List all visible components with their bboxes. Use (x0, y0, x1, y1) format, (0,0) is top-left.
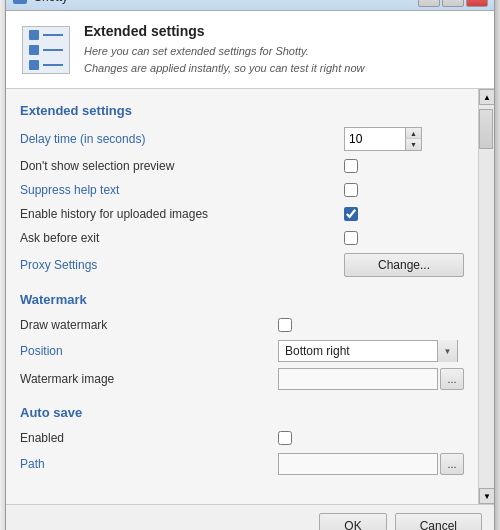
enable-history-control (344, 202, 464, 226)
watermark-settings-grid: Draw watermark Position Bottom right ▼ W… (20, 313, 464, 393)
minimize-button[interactable]: ─ (418, 0, 440, 7)
no-preview-checkbox[interactable] (344, 159, 358, 173)
suppress-help-label: Suppress help text (20, 178, 344, 202)
suppress-help-checkbox[interactable] (344, 183, 358, 197)
scrollbar-down-button[interactable]: ▼ (479, 488, 494, 504)
auto-save-path-label: Path (20, 450, 278, 478)
proxy-label: Proxy Settings (20, 250, 344, 280)
spinbox-buttons: ▲ ▼ (405, 128, 421, 150)
position-dropdown[interactable]: Bottom right ▼ (278, 340, 458, 362)
dropdown-arrow-icon[interactable]: ▼ (437, 340, 457, 362)
window-title: Shotty (34, 0, 418, 4)
watermark-browse-button[interactable]: ... (440, 368, 464, 390)
spinbox-down-button[interactable]: ▼ (405, 139, 421, 150)
draw-watermark-checkbox[interactable] (278, 318, 292, 332)
watermark-path-row: ... (278, 368, 464, 390)
ask-exit-checkbox[interactable] (344, 231, 358, 245)
cancel-button[interactable]: Cancel (395, 513, 482, 530)
header-desc-line2: Changes are applied instantly, so you ca… (84, 60, 364, 77)
position-value: Bottom right (279, 342, 437, 360)
watermark-image-input[interactable] (278, 368, 438, 390)
content-area: Extended settings Delay time (in seconds… (6, 89, 494, 504)
header-icon (22, 26, 70, 74)
header-text: Extended settings Here you can set exten… (84, 23, 364, 76)
watermark-image-label: Watermark image (20, 365, 278, 393)
delay-label: Delay time (in seconds) (20, 124, 344, 154)
scrollbar-thumb[interactable] (479, 109, 493, 149)
delay-spinbox: ▲ ▼ (344, 127, 422, 151)
spinbox-up-button[interactable]: ▲ (405, 128, 421, 139)
footer: OK Cancel (6, 504, 494, 530)
draw-watermark-label: Draw watermark (20, 313, 278, 337)
auto-save-title: Auto save (20, 405, 464, 420)
watermark-title: Watermark (20, 292, 464, 307)
app-icon (12, 0, 28, 5)
auto-save-enabled-checkbox[interactable] (278, 431, 292, 445)
proxy-change-button[interactable]: Change... (344, 253, 464, 277)
close-button[interactable]: ✕ (466, 0, 488, 7)
ok-button[interactable]: OK (319, 513, 386, 530)
delay-control: ▲ ▼ (344, 124, 464, 154)
auto-save-enabled-label: Enabled (20, 426, 278, 450)
position-label: Position (20, 337, 278, 365)
extended-settings-title: Extended settings (20, 103, 464, 118)
auto-save-settings-grid: Enabled Path ... (20, 426, 464, 478)
auto-save-path-input[interactable] (278, 453, 438, 475)
auto-save-path-control: ... (278, 450, 464, 478)
header-title: Extended settings (84, 23, 364, 39)
delay-input[interactable] (345, 128, 405, 150)
no-preview-control (344, 154, 464, 178)
enable-history-label: Enable history for uploaded images (20, 202, 344, 226)
auto-save-browse-button[interactable]: ... (440, 453, 464, 475)
ask-exit-control (344, 226, 464, 250)
no-preview-label: Don't show selection preview (20, 154, 344, 178)
scrollbar-up-button[interactable]: ▲ (479, 89, 494, 105)
title-bar: Shotty ─ □ ✕ (6, 0, 494, 11)
scrollable-content: Extended settings Delay time (in seconds… (6, 89, 478, 504)
ask-exit-label: Ask before exit (20, 226, 344, 250)
draw-watermark-control (278, 313, 464, 337)
window-controls: ─ □ ✕ (418, 0, 488, 7)
enable-history-checkbox[interactable] (344, 207, 358, 221)
position-control: Bottom right ▼ (278, 337, 464, 365)
auto-save-enabled-control (278, 426, 464, 450)
watermark-image-control: ... (278, 365, 464, 393)
scrollbar-track: ▲ ▼ (478, 89, 494, 504)
header-desc-line1: Here you can set extended settings for S… (84, 43, 364, 60)
suppress-help-control (344, 178, 464, 202)
proxy-control: Change... (344, 250, 464, 280)
maximize-button[interactable]: □ (442, 0, 464, 7)
main-window: Shotty ─ □ ✕ Extended settings Here you (5, 0, 495, 530)
extended-settings-grid: Delay time (in seconds) ▲ ▼ Don't show s… (20, 124, 464, 280)
svg-rect-0 (13, 0, 27, 4)
header-section: Extended settings Here you can set exten… (6, 11, 494, 89)
auto-save-path-row: ... (278, 453, 464, 475)
